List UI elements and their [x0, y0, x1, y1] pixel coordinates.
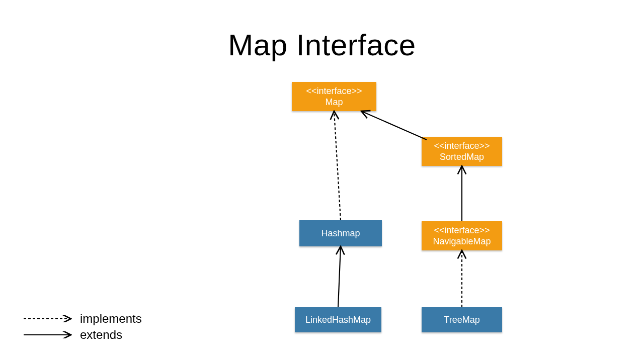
stereotype-label: <<interface>> — [434, 140, 490, 152]
dashed-arrow-icon — [23, 315, 73, 322]
legend-implements: implements — [23, 312, 142, 326]
legend-label: implements — [80, 312, 142, 326]
node-label: SortedMap — [440, 151, 484, 163]
legend-extends: extends — [23, 328, 142, 342]
node-label: Map — [325, 97, 343, 108]
solid-arrow-icon — [23, 331, 73, 338]
node-map-interface: <<interface>> Map — [292, 82, 376, 111]
stereotype-label: <<interface>> — [434, 225, 490, 236]
node-label: Hashmap — [321, 228, 360, 239]
node-hashmap-class: Hashmap — [299, 220, 382, 246]
node-label: NavigableMap — [433, 236, 491, 247]
node-treemap-class: TreeMap — [422, 307, 502, 332]
stereotype-label: <<interface>> — [306, 85, 362, 97]
node-linkedhashmap-class: LinkedHashMap — [295, 307, 381, 332]
edge-hashmap-to-map — [334, 111, 341, 220]
legend: implements extends — [23, 310, 142, 342]
node-label: TreeMap — [444, 314, 479, 326]
node-sortedmap-interface: <<interface>> SortedMap — [422, 137, 502, 166]
node-navigablemap-interface: <<interface>> NavigableMap — [422, 221, 502, 250]
node-label: LinkedHashMap — [305, 314, 371, 326]
legend-label: extends — [80, 328, 122, 342]
diagram-title: Map Interface — [0, 28, 644, 62]
edge-linkedhashmap-to-hashmap — [338, 246, 341, 307]
edge-sortedmap-to-map — [361, 111, 427, 140]
